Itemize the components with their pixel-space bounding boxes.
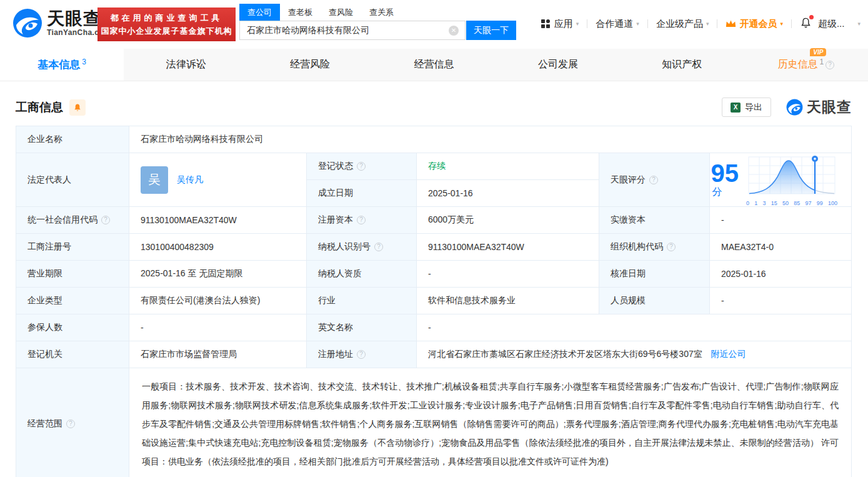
help-icon[interactable]: ?: [649, 176, 658, 184]
help-icon[interactable]: ?: [667, 243, 676, 251]
export-button[interactable]: X 导出: [722, 98, 771, 117]
nav-apps[interactable]: 应用 ▾: [541, 18, 579, 30]
search-button[interactable]: 天眼一下: [466, 21, 516, 40]
search-area: 查公司 查老板 查风险 查关系 ✕ 天眼一下: [239, 4, 516, 40]
help-icon[interactable]: ?: [66, 419, 75, 428]
field-value-company-name: 石家庄市哈动网络科技有限公司: [129, 126, 852, 153]
nav-open-vip[interactable]: 开通会员 ▾: [726, 18, 783, 30]
watermark-text: 天眼查: [807, 98, 852, 117]
help-icon[interactable]: ?: [826, 61, 834, 69]
section-title: 工商信息: [16, 99, 63, 116]
field-label-reg-capital: 注册资本?: [307, 207, 417, 234]
table-row: 法定代表人 吴 吴传凡 登记状态? 存续 天眼评分? 95分: [16, 153, 852, 180]
nearby-companies-link[interactable]: 附近公司: [711, 349, 746, 359]
field-value-staff-size: -: [710, 288, 852, 314]
tab-history[interactable]: 历史信息 VIP 1 ?: [744, 49, 868, 81]
field-value-reg-status: 存续: [417, 153, 599, 180]
field-value-business-scope: 一般项目：技术服务、技术开发、技术咨询、技术交流、技术转让、技术推广;机械设备租…: [129, 368, 852, 477]
field-value-legal-rep: 吴 吴传凡: [129, 153, 307, 207]
tab-risk[interactable]: 经营风险: [248, 49, 372, 81]
avatar[interactable]: 吴: [141, 166, 168, 194]
search-tab-boss[interactable]: 查老板: [280, 4, 321, 21]
field-value-approval-date: 2025-01-16: [710, 261, 852, 288]
divider: [587, 19, 587, 28]
tab-basic-info[interactable]: 基本信息 3: [0, 49, 124, 81]
field-label-org-code: 组织机构代码?: [599, 234, 710, 261]
field-label-company-name: 企业名称: [16, 126, 129, 153]
excel-icon: X: [731, 103, 741, 113]
crown-icon: [726, 19, 736, 28]
field-value-paid-capital: -: [710, 207, 852, 234]
notifications-button[interactable]: [800, 17, 812, 31]
business-info-table: 企业名称 石家庄市哈动网络科技有限公司 法定代表人 吴 吴传凡 登记状态? 存续…: [16, 126, 852, 477]
field-label-business-scope: 经营范围?: [16, 368, 129, 477]
divider: [791, 19, 792, 28]
tab-count-badge: 3: [82, 58, 86, 66]
monitor-bell-button[interactable]: [69, 99, 86, 116]
field-label-reg-address: 注册地址?: [307, 341, 417, 368]
score-distribution-chart: 01 315 5085 9799 100: [745, 154, 839, 206]
help-icon[interactable]: ?: [357, 162, 366, 171]
slogan-banner: 都在用的商业查询工具 国家中小企业发展子基金旗下机构: [97, 8, 236, 41]
help-icon[interactable]: ?: [374, 243, 383, 251]
tab-development[interactable]: 公司发展: [496, 49, 620, 81]
field-value-english-name: -: [417, 314, 852, 341]
search-tab-risk[interactable]: 查风险: [321, 4, 361, 21]
tianyancha-logo-icon: [786, 99, 803, 116]
table-row: 经营范围? 一般项目：技术服务、技术开发、技术咨询、技术交流、技术转让、技术推广…: [16, 368, 852, 477]
field-label-staff-size: 人员规模: [599, 288, 710, 314]
tab-operation[interactable]: 经营信息: [372, 49, 496, 81]
table-row: 登记机关 石家庄市市场监督管理局 注册地址? 河北省石家庄市藁城区石家庄经济技术…: [16, 341, 852, 368]
help-icon[interactable]: ?: [357, 350, 366, 359]
chevron-down-icon: ▾: [706, 21, 709, 27]
chevron-down-icon: ▾: [780, 21, 783, 27]
field-label-insured-count: 参保人数: [16, 314, 129, 341]
field-value-insured-count: -: [129, 314, 307, 341]
field-label-reg-status: 登记状态?: [307, 153, 417, 180]
watermark-logo: 天眼查: [786, 98, 852, 117]
field-value-establish-date: 2025-01-16: [417, 180, 599, 207]
field-value-taxpayer-id: 91130100MAEA32T40W: [417, 234, 599, 261]
score-value: 95: [711, 159, 739, 187]
top-nav: 应用 ▾ 合作通道 ▾ 企业级产品 ▾ 开通会员 ▾: [541, 17, 861, 31]
vip-badge: VIP: [810, 48, 826, 56]
notification-dot: [809, 15, 814, 19]
field-label-taxpayer-id: 纳税人识别号?: [307, 234, 417, 261]
legal-rep-link[interactable]: 吴传凡: [177, 174, 203, 186]
search-tab-company[interactable]: 查公司: [239, 4, 280, 21]
tab-legal[interactable]: 法律诉讼: [124, 49, 247, 81]
field-value-industry: 软件和信息技术服务业: [417, 288, 599, 314]
tab-ip[interactable]: 知识产权: [620, 49, 744, 81]
header: 天眼查 TianYanCha.com 都在用的商业查询工具 国家中小企业发展子基…: [0, 0, 868, 49]
bell-icon: [73, 103, 82, 112]
nav-cooperation[interactable]: 合作通道 ▾: [596, 18, 639, 30]
field-label-approval-date: 核准日期: [599, 261, 710, 288]
nav-account[interactable]: 超级... ▾: [818, 18, 861, 30]
help-icon[interactable]: ?: [101, 216, 110, 224]
field-value-org-code: MAEA32T4-0: [710, 234, 852, 261]
table-row: 企业类型 有限责任公司(港澳台法人独资) 行业 软件和信息技术服务业 人员规模 …: [16, 288, 852, 314]
score-axis-ticks: 01 315 5085 9799 100: [745, 200, 839, 206]
field-label-score: 天眼评分?: [599, 153, 710, 207]
field-value-company-type: 有限责任公司(港澳台法人独资): [129, 288, 307, 314]
field-label-english-name: 英文名称: [307, 314, 417, 341]
help-icon[interactable]: ?: [357, 216, 366, 224]
clear-search-icon[interactable]: ✕: [449, 26, 459, 36]
section-header: 工商信息 X 导出 天眼查: [16, 98, 852, 117]
tianyancha-logo[interactable]: 天眼查 TianYanCha.com: [12, 8, 111, 38]
field-label-credit-code: 统一社会信用代码?: [16, 207, 129, 234]
table-row: 营业期限 2025-01-16 至 无固定期限 纳税人资质 - 核准日期 202…: [16, 261, 852, 288]
field-value-business-term: 2025-01-16 至 无固定期限: [129, 261, 307, 288]
table-row: 统一社会信用代码? 91130100MAEA32T40W 注册资本? 6000万…: [16, 207, 852, 234]
field-label-company-type: 企业类型: [16, 288, 129, 314]
table-row: 参保人数 - 英文名称 -: [16, 314, 852, 341]
slogan-line2: 国家中小企业发展子基金旗下机构: [97, 26, 236, 37]
score-unit: 分: [712, 186, 722, 197]
search-input[interactable]: [239, 21, 466, 40]
divider: [717, 19, 717, 28]
field-value-reg-authority: 石家庄市市场监督管理局: [129, 341, 307, 368]
status-badge: 存续: [428, 161, 446, 171]
search-tab-relation[interactable]: 查关系: [361, 4, 402, 21]
nav-enterprise-products[interactable]: 企业级产品 ▾: [656, 18, 709, 30]
chevron-down-icon: ▾: [857, 21, 861, 27]
